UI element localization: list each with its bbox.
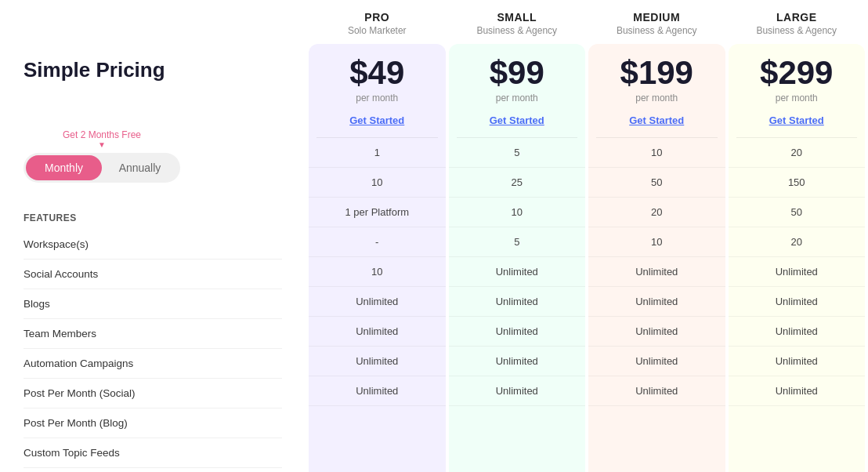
feature-row: Post Per Month (Blog) (24, 408, 282, 438)
plan-subtitle-small: Business & Agency (455, 25, 580, 36)
plan-value-row-pro-2: 1 per Platform (309, 198, 446, 227)
feature-row: Blogs (24, 289, 282, 319)
feature-row: Custom Topic Feeds (24, 438, 282, 468)
plan-cta-medium[interactable]: Get Started (588, 107, 725, 137)
plan-value-row-large-4: Unlimited (729, 257, 866, 287)
plan-price-block-medium: $199 per month (588, 44, 725, 107)
plan-cta-small[interactable]: Get Started (449, 107, 586, 137)
plan-price-block-small: $99 per month (449, 44, 586, 107)
plan-tier-medium: MEDIUM (595, 11, 719, 24)
feature-row: Automation Campaigns (24, 349, 282, 379)
plan-value-row-medium-3: 10 (588, 227, 725, 257)
plan-value-row-large-8: Unlimited (729, 376, 866, 406)
plan-value-row-pro-7: Unlimited (309, 347, 446, 376)
feature-list: Workspace(s)Social AccountsBlogsTeam Mem… (24, 230, 282, 472)
plan-value-row-medium-4: Unlimited (588, 257, 725, 287)
monthly-toggle[interactable]: Monthly (26, 155, 102, 180)
plan-price-medium: $199 (595, 56, 719, 89)
plan-value-row-pro-8: Unlimited (309, 376, 446, 406)
plan-value-row-medium-6: Unlimited (588, 317, 725, 347)
plan-price-block-pro: $49 per month (309, 44, 446, 107)
plan-value-row-small-5: Unlimited (449, 287, 586, 317)
page-title: Simple Pricing (24, 58, 282, 82)
plan-value-row-medium-7: Unlimited (588, 347, 725, 376)
plan-card-large: $299 per month Get Started201505020Unlim… (729, 44, 866, 472)
plan-subtitle-medium: Business & Agency (595, 25, 719, 36)
feature-row: Workspace(s) (24, 230, 282, 260)
plan-value-row-medium-8: Unlimited (588, 376, 725, 406)
plan-cta-pro[interactable]: Get Started (309, 107, 446, 137)
plan-value-row-large-2: 50 (729, 198, 866, 227)
plans-area: $49 per month Get Started1101 per Platfo… (306, 44, 868, 472)
plan-card-medium: $199 per month Get Started10502010Unlimi… (588, 44, 725, 472)
plan-value-row-large-5: Unlimited (729, 287, 866, 317)
plan-header-large: LARGE Business & Agency (729, 0, 866, 44)
plan-header-small: SMALL Business & Agency (449, 0, 586, 44)
plan-price-block-large: $299 per month (729, 44, 866, 107)
plan-tier-pro: PRO (315, 11, 439, 24)
plan-subtitle-large: Business & Agency (735, 25, 859, 36)
plan-tier-large: LARGE (735, 11, 859, 24)
plan-value-row-pro-6: Unlimited (309, 317, 446, 347)
plan-value-row-pro-3: - (309, 227, 446, 257)
plan-card-small: $99 per month Get Started525105Unlimited… (449, 44, 586, 472)
free-label-text: Get 2 Months Free (24, 129, 180, 140)
plan-header-medium: MEDIUM Business & Agency (588, 0, 725, 44)
plan-value-row-large-0: 20 (729, 138, 866, 168)
plan-subtitle-pro: Solo Marketer (315, 25, 439, 36)
plan-value-row-pro-5: Unlimited (309, 287, 446, 317)
plan-card-pro: $49 per month Get Started1101 per Platfo… (309, 44, 446, 472)
plan-value-row-small-6: Unlimited (449, 317, 586, 347)
plan-price-large: $299 (735, 56, 859, 89)
plan-value-row-pro-1: 10 (309, 168, 446, 198)
features-heading: FEATURES (24, 212, 282, 223)
plan-value-row-medium-1: 50 (588, 168, 725, 198)
plan-value-row-small-0: 5 (449, 138, 586, 168)
feature-row: Team Members (24, 319, 282, 349)
left-panel: Simple Pricing Get 2 Months Free ▼ Month… (0, 44, 306, 472)
arrow-icon: ▼ (24, 140, 180, 149)
plan-price-small: $99 (455, 56, 580, 89)
plan-per-medium: per month (595, 93, 719, 103)
plan-cta-large[interactable]: Get Started (729, 107, 866, 137)
plan-per-large: per month (735, 93, 859, 103)
plan-value-row-pro-0: 1 (309, 138, 446, 168)
plan-per-small: per month (455, 93, 580, 103)
plan-value-row-medium-2: 20 (588, 198, 725, 227)
plan-header-pro: PRO Solo Marketer (309, 0, 446, 44)
plan-price-pro: $49 (315, 56, 439, 89)
plan-value-row-medium-0: 10 (588, 138, 725, 168)
plan-tier-small: SMALL (455, 11, 580, 24)
feature-row: Searches Per Day (24, 468, 282, 472)
plan-value-row-pro-4: 10 (309, 257, 446, 287)
plan-value-row-large-3: 20 (729, 227, 866, 257)
plan-value-row-large-6: Unlimited (729, 317, 866, 347)
plan-value-row-small-2: 10 (449, 198, 586, 227)
plan-value-row-large-7: Unlimited (729, 347, 866, 376)
annually-toggle[interactable]: Annually (102, 155, 178, 180)
plan-value-row-medium-5: Unlimited (588, 287, 725, 317)
plan-value-row-large-1: 150 (729, 168, 866, 198)
plan-per-pro: per month (315, 93, 439, 103)
feature-row: Social Accounts (24, 260, 282, 289)
free-months-label: Get 2 Months Free ▼ (24, 129, 282, 149)
billing-toggle[interactable]: Monthly Annually (24, 153, 180, 183)
feature-row: Post Per Month (Social) (24, 379, 282, 408)
plan-value-row-small-3: 5 (449, 227, 586, 257)
plan-value-row-small-1: 25 (449, 168, 586, 198)
plan-value-row-small-8: Unlimited (449, 376, 586, 406)
plan-value-row-small-7: Unlimited (449, 347, 586, 376)
plan-value-row-small-4: Unlimited (449, 257, 586, 287)
